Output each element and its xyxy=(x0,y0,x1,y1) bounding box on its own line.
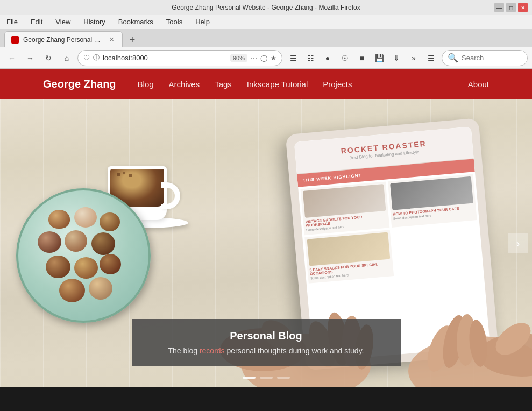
zoom-level: 90% xyxy=(230,54,247,62)
chocolate-3 xyxy=(100,212,120,231)
shield-icon: 🛡 xyxy=(83,54,90,62)
home-button[interactable]: ⌂ xyxy=(59,51,74,66)
slide-text-highlight: records xyxy=(200,346,225,355)
chocolate-6 xyxy=(91,232,115,255)
tablet-article-3: 5 EASY SNACKS FOR YOUR SPECIAL OCCASIONS… xyxy=(304,230,394,283)
search-bar[interactable]: 🔍 xyxy=(442,50,528,66)
menu-file[interactable]: File xyxy=(4,17,20,27)
tablet-blog-info: ROCKET ROASTER Best Blog for Marketing a… xyxy=(341,139,427,161)
info-icon: ⓘ xyxy=(93,53,100,62)
menu-help[interactable]: Help xyxy=(193,17,212,27)
nav-projects[interactable]: Projects xyxy=(323,80,352,89)
nav-tags[interactable]: Tags xyxy=(215,80,232,89)
hero-slider: ROCKET ROASTER Best Blog for Marketing a… xyxy=(0,99,532,387)
search-input[interactable] xyxy=(462,54,522,62)
download-icon[interactable]: ⇓ xyxy=(389,51,404,66)
website-content: George Zhang Blog Archives Tags Inkscape… xyxy=(0,69,532,387)
menu-bookmarks[interactable]: Bookmarks xyxy=(116,17,155,27)
site-brand[interactable]: George Zhang xyxy=(43,78,116,90)
slider-dot-3[interactable] xyxy=(277,377,290,379)
chocolate-plate xyxy=(16,188,151,323)
nav-archives[interactable]: Archives xyxy=(169,80,200,89)
library-icon[interactable]: ☰ xyxy=(286,51,301,66)
save-icon[interactable]: 💾 xyxy=(372,51,387,66)
account-icon[interactable]: ● xyxy=(320,51,335,66)
tab-favicon xyxy=(11,36,19,44)
minimize-button[interactable]: — xyxy=(494,3,504,12)
slide-text-prefix: The blog xyxy=(168,346,200,355)
chocolate-4 xyxy=(38,231,61,253)
new-tab-button[interactable]: + xyxy=(125,32,140,47)
hamburger-icon[interactable]: ☰ xyxy=(423,51,438,66)
more-tools-icon[interactable]: » xyxy=(406,51,421,66)
chocolate-8 xyxy=(74,257,98,279)
toolbar-icons: ☰ ☷ ● ☉ ■ 💾 ⇓ » ☰ xyxy=(286,51,438,66)
slider-next-button[interactable]: › xyxy=(508,233,528,253)
menu-tools[interactable]: Tools xyxy=(164,17,185,27)
menu-history[interactable]: History xyxy=(81,17,107,27)
forward-button[interactable]: → xyxy=(23,51,38,66)
star-icon[interactable]: ★ xyxy=(271,54,276,62)
shield2-icon[interactable]: ☉ xyxy=(337,51,352,66)
tablet-highlight-text: THIS WEEK HIGHLIGHT xyxy=(303,173,362,183)
site-nav-links: Blog Archives Tags Inkscape Tutorial Pro… xyxy=(138,80,468,89)
url-bar[interactable]: 🛡 ⓘ 90% ⋯ ◯ ★ xyxy=(77,50,282,66)
browser-title-bar: George Zhang Personal Website - George Z… xyxy=(0,0,532,15)
restore-button[interactable]: ◻ xyxy=(506,3,516,12)
tablet-article-img-3 xyxy=(307,232,391,266)
reader-icon[interactable]: ☷ xyxy=(303,51,318,66)
tab-close-button[interactable]: ✕ xyxy=(107,36,116,44)
chocolate-5 xyxy=(65,230,87,252)
back-button[interactable]: ← xyxy=(4,51,19,66)
cup-handle xyxy=(161,182,180,209)
reload-button[interactable]: ↻ xyxy=(41,51,56,66)
chocolate-1 xyxy=(48,210,70,229)
slider-dot-1[interactable] xyxy=(243,377,256,379)
tablet-article-2: HOW TO PHOTOGRAPH YOUR CAFE Some descrip… xyxy=(388,174,477,227)
search-icon: 🔍 xyxy=(448,53,458,63)
browser-title: George Zhang Personal Website - George Z… xyxy=(172,4,360,11)
slide-text-suffix: personal thoughts during work and study. xyxy=(225,346,364,355)
window-controls: — ◻ ✕ xyxy=(494,3,528,12)
nav-about[interactable]: About xyxy=(468,80,489,89)
nav-inkscape[interactable]: Inkscape Tutorial xyxy=(247,80,308,89)
tablet-articles: VINTAGE GADGETS FOR YOUR WORKSPACE Some … xyxy=(298,172,484,286)
menu-bar: File Edit View History Bookmarks Tools H… xyxy=(0,15,532,29)
slide-title: Personal Blog xyxy=(164,330,368,342)
chocolate-7 xyxy=(46,256,70,278)
site-navbar: George Zhang Blog Archives Tags Inkscape… xyxy=(0,69,532,99)
tab-bar: George Zhang Personal Websit ✕ + xyxy=(0,29,532,47)
pocket-icon[interactable]: ◯ xyxy=(260,54,267,62)
nav-bar: ← → ↻ ⌂ 🛡 ⓘ 90% ⋯ ◯ ★ ☰ ☷ ● ☉ ■ 💾 ⇓ » ☰ … xyxy=(0,47,532,69)
close-button[interactable]: ✕ xyxy=(518,3,528,12)
slider-dots xyxy=(243,377,290,379)
chocolate-2 xyxy=(74,207,97,228)
more-options-icon[interactable]: ⋯ xyxy=(251,54,257,62)
tablet-article-1: VINTAGE GADGETS FOR YOUR WORKSPACE Some … xyxy=(300,182,389,235)
chocolate-10 xyxy=(59,279,85,302)
slider-dot-2[interactable] xyxy=(260,377,273,379)
chocolate-11 xyxy=(89,277,112,300)
tablet-article-img-2 xyxy=(390,176,473,210)
browser-tab-active[interactable]: George Zhang Personal Websit ✕ xyxy=(4,31,123,47)
nav-blog[interactable]: Blog xyxy=(138,80,154,89)
url-input[interactable] xyxy=(103,54,227,62)
slider-caption: Personal Blog The blog records personal … xyxy=(132,319,401,366)
menu-view[interactable]: View xyxy=(53,17,73,27)
container-icon[interactable]: ■ xyxy=(354,51,370,66)
slide-text: The blog records personal thoughts durin… xyxy=(164,346,368,355)
tab-title: George Zhang Personal Websit xyxy=(23,36,103,44)
chocolate-9 xyxy=(100,254,121,274)
menu-edit[interactable]: Edit xyxy=(29,17,45,27)
tablet-article-img-1 xyxy=(303,184,386,218)
